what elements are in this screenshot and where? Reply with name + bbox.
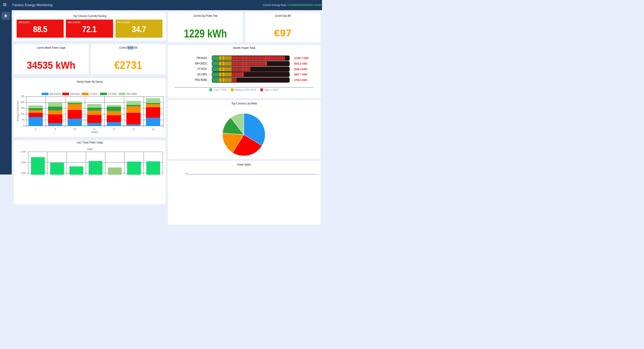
svg-text:Hours: Hours [91, 131, 98, 134]
svg-text:8: 8 [35, 128, 36, 130]
svg-text:130: 130 [185, 173, 189, 174]
svg-text:150: 150 [21, 107, 24, 109]
svg-text:12: 12 [113, 128, 115, 130]
svg-text:10: 10 [74, 128, 76, 130]
svg-text:11: 11 [93, 128, 96, 130]
svg-text:200: 200 [21, 101, 24, 103]
svg-text:100: 100 [21, 113, 24, 115]
svg-text:Energy Consumed: Energy Consumed [16, 101, 19, 121]
svg-text:1,400: 1,400 [20, 150, 26, 153]
svg-text:PKG-ROB1: PKG-ROB1 [127, 92, 137, 95]
svg-text:9: 9 [54, 128, 56, 130]
svg-text:UT-AC01: UT-AC01 [90, 92, 98, 95]
svg-text:0: 0 [23, 124, 24, 127]
svg-text:AS-CB01: AS-CB01 [108, 92, 117, 95]
svg-text:50: 50 [22, 118, 24, 121]
svg-text:PM-INJ01: PM-INJ01 [70, 92, 80, 95]
svg-text:1,000: 1,000 [20, 172, 26, 174]
svg-text:250: 250 [21, 95, 24, 97]
svg-text:1,200: 1,200 [20, 161, 26, 164]
svg-text:13: 13 [132, 128, 135, 130]
svg-text:BM-CNC01: BM-CNC01 [50, 92, 61, 95]
svg-text:14: 14 [152, 128, 154, 130]
